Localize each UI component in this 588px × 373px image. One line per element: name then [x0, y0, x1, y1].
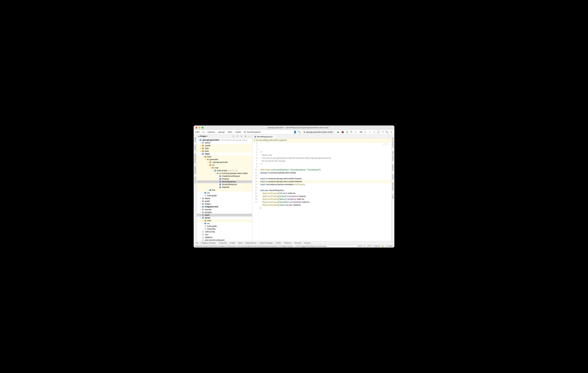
tool-problems[interactable]: ▫Problems [283, 242, 291, 244]
expand-all-icon[interactable]: ⇵ [236, 135, 239, 138]
tool-pull-requests[interactable]: Pull Requests [194, 152, 196, 165]
collapse-all-icon[interactable]: ⇲ [240, 135, 243, 138]
tree-item[interactable]: ▸openapi [197, 208, 252, 211]
tool-sciview[interactable]: SciView [392, 172, 394, 181]
run-button[interactable]: ▶ [337, 131, 340, 134]
minimize-window-button[interactable] [199, 127, 200, 129]
status-charset[interactable]: UTF-8 [367, 245, 372, 247]
tree-item[interactable]: CreateServerRequest [197, 175, 252, 177]
tree-item[interactable]: ▾kotlin [main]sources root [197, 169, 252, 172]
tree-item[interactable]: StateInfo [197, 186, 252, 189]
tree-item[interactable]: ▸.idea [197, 147, 252, 150]
tree-item[interactable]: ▾build [197, 155, 252, 158]
breadcrumb-item[interactable]: ServerResponse [247, 131, 261, 133]
tool-commit[interactable]: Commit [194, 143, 196, 152]
tree-item[interactable]: .env [197, 233, 252, 236]
tab-menu-icon[interactable]: ⋮ [386, 134, 391, 138]
vcs-commit-icon[interactable]: ✓ [368, 131, 371, 134]
tree-item[interactable]: Purpose [197, 177, 252, 180]
run-configuration-select[interactable]: ⬣ openapi-generation [clean build] ▾ [302, 131, 336, 134]
tree-item[interactable]: ▸deploy [197, 197, 252, 200]
tree-item[interactable]: ▸.github [197, 141, 252, 144]
tree-item[interactable]: ▾main [197, 166, 252, 169]
search-icon[interactable]: 🔍 [385, 131, 388, 134]
tool-python-packages[interactable]: ▫Python Packages [259, 242, 273, 244]
tree-item[interactable]: ▸test [197, 189, 252, 191]
settings-icon[interactable]: ⚙ [390, 131, 393, 134]
tree-item[interactable]: ServersResponse [197, 183, 252, 186]
tree-item[interactable]: ▸src [197, 222, 252, 225]
tool-dependencies[interactable]: ▫Dependencies [244, 242, 256, 244]
breadcrumb-item[interactable]: client [228, 131, 232, 133]
tree-item[interactable]: ▸postgres [197, 211, 252, 214]
tool-terminal[interactable]: ▫Terminal [294, 242, 301, 244]
tree-item[interactable]: ▾server [197, 217, 252, 219]
code-editor[interactable]: 123456789101112131415161718192021 ⚠3 ⌃ ⌄… [252, 142, 391, 241]
tool-key-promoter-x[interactable]: Key Promoter X [392, 136, 394, 150]
tool-structure[interactable]: Structure [194, 175, 196, 185]
breadcrumb-item[interactable]: kotlin [195, 131, 200, 133]
tree-root[interactable]: ▾openapi-generation~/Develop/Java/openap… [197, 139, 252, 141]
close-window-button[interactable] [196, 127, 197, 129]
tree-item[interactable]: ▸.openapi-generator [197, 161, 252, 164]
debug-button[interactable]: 🐞 [341, 131, 344, 134]
vcs-history-icon[interactable]: 🕘 [377, 131, 380, 134]
status-readonly-icon[interactable]: 🔓 [382, 245, 384, 247]
code-content[interactable]: ⚠3 ⌃ ⌄ /** * Please note: * This class i… [259, 142, 391, 241]
tool-profiler[interactable]: ▫Profiler [229, 242, 235, 244]
tree-item[interactable]: ▸build [197, 219, 252, 222]
tool-notifications[interactable]: Notifications [392, 181, 394, 192]
tree-item[interactable]: ▾client [197, 153, 252, 155]
status-branch[interactable]: ⎇ master [385, 245, 393, 247]
breadcrumb-item[interactable]: openapi [218, 131, 225, 133]
tool-services[interactable]: ▫Services [303, 242, 311, 244]
tree-item[interactable]: .editorconfig [197, 230, 252, 233]
tool-project[interactable]: Project [194, 136, 196, 143]
inspection-widget[interactable]: ⚠3 ⌃ ⌄ [383, 143, 390, 145]
breadcrumb-item[interactable]: romanow [207, 131, 215, 133]
tool-web-inspector[interactable]: Web Inspector [392, 150, 394, 163]
tool-database[interactable]: Database [392, 163, 394, 172]
breadcrumb-item[interactable]: ru [203, 131, 204, 133]
close-tab-icon[interactable]: × [274, 136, 275, 138]
tool-todo[interactable]: ▫TODO [275, 242, 281, 244]
hide-panel-icon[interactable]: — [248, 135, 251, 138]
tree-item[interactable]: .gitignore [197, 236, 252, 239]
stop-button[interactable]: ■ [354, 131, 357, 134]
status-indent[interactable]: 4 spaces [373, 245, 380, 247]
inspect-down-icon[interactable]: ⌄ [389, 143, 390, 145]
tool-git[interactable]: ▫Git [195, 242, 198, 244]
tree-item[interactable]: ▾ru.romanow.openapi.client.models [197, 172, 252, 175]
tool-bookmarks[interactable]: Bookmarks [194, 165, 196, 175]
tree-item[interactable]: build.gradle [197, 194, 252, 197]
tree-item[interactable]: ▸report [197, 214, 252, 217]
select-opened-icon[interactable]: ⊙ [232, 135, 235, 138]
tab-serverresponse[interactable]: ServerResponse.kt × [253, 135, 276, 138]
vcs-push-icon[interactable]: ↗ [372, 131, 376, 134]
profile-button[interactable]: ⏱ [350, 131, 353, 134]
project-tree[interactable]: ▾openapi-generation~/Develop/Java/openap… [197, 138, 252, 241]
tool-build[interactable]: ▫Build [238, 242, 242, 244]
inspect-up-icon[interactable]: ⌃ [387, 143, 388, 145]
panel-settings-icon[interactable]: ⚙ [244, 135, 247, 138]
coverage-button[interactable]: ⬗ [346, 131, 348, 134]
tree-item[interactable]: Dockerfile [197, 228, 252, 230]
tree-item[interactable]: ▸integration-test [197, 205, 252, 208]
build-icon[interactable]: 🔨 [298, 131, 301, 134]
tree-item[interactable]: ▸images [197, 203, 252, 205]
tool-database-changes[interactable]: ▫Database Changes [200, 242, 216, 244]
tree-item[interactable]: ServerResponse [197, 180, 252, 183]
tree-item[interactable]: ▸build [197, 150, 252, 153]
tree-item[interactable]: .pre-commit-config.yaml [197, 239, 252, 241]
maximize-window-button[interactable] [202, 127, 203, 129]
tool-endpoints[interactable]: ▫Endpoints [218, 242, 227, 244]
tree-item[interactable]: ▸src [197, 191, 252, 194]
tree-item[interactable]: ▾generated [197, 158, 252, 161]
vcs-rollback-icon[interactable]: ↶ [381, 131, 384, 134]
tree-item[interactable]: ▾src [197, 164, 252, 166]
vcs-update-icon[interactable]: ↙ [364, 131, 367, 134]
tree-item[interactable]: ▸gradle [197, 200, 252, 203]
status-line-separator[interactable]: LF [364, 245, 366, 247]
tool-gradle[interactable]: Gradle [392, 193, 394, 200]
breadcrumb-item[interactable]: models [235, 131, 241, 133]
